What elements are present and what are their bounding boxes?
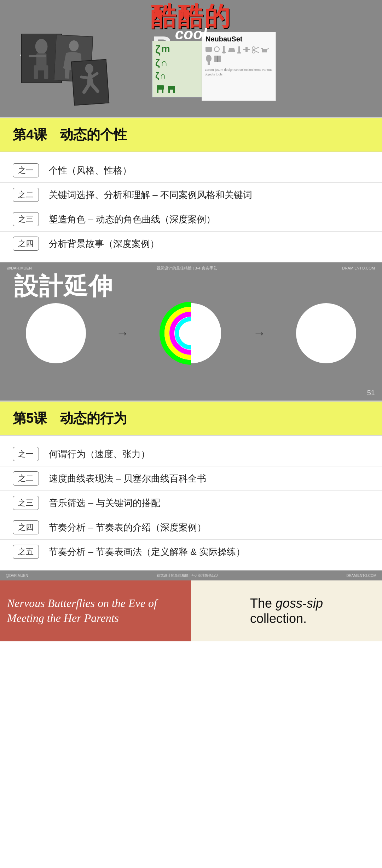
badge-4: 之四: [13, 237, 39, 251]
lesson5-items: 之一 何谓行为（速度、张力） 之二 速度曲线表现法 – 贝塞尔曲线百科全书 之三…: [0, 436, 382, 570]
list-item: 之二 关键词选择、分析和理解 – 不同案例风格和关键词: [0, 183, 382, 207]
l5-item-text-2: 速度曲线表现法 – 贝塞尔曲线百科全书: [49, 472, 206, 485]
l5-badge-2: 之二: [13, 471, 39, 486]
arrow-1: →: [116, 326, 129, 341]
svg-point-19: [214, 47, 219, 52]
svg-rect-4: [44, 65, 48, 79]
item-text-3: 塑造角色 – 动态的角色曲线（深度案例）: [49, 213, 215, 226]
svg-rect-23: [237, 52, 241, 53]
svg-point-27: [252, 50, 255, 53]
slide-header-left: @DAR.MUEN: [7, 266, 32, 270]
list-item: 之五 节奏分析 – 节奏表画法（定义解释 & 实际操练）: [0, 540, 382, 564]
slide-main-title: 設計延伸: [14, 274, 113, 298]
svg-rect-12: [157, 85, 164, 90]
goss-italic: goss-sip: [276, 596, 323, 611]
svg-point-21: [222, 51, 226, 53]
photo-group-a: [21, 34, 120, 104]
svg-rect-15: [168, 86, 175, 90]
lesson5-header: 第5课 动态的行为: [0, 401, 382, 436]
svg-rect-14: [162, 90, 163, 93]
chair-icon-2: [167, 84, 176, 94]
svg-rect-5: [29, 55, 46, 57]
list-item: 之一 个性（风格、性格）: [0, 158, 382, 183]
neubau-card: NeubauSet Lorem ipsum design set col: [202, 32, 276, 101]
bottom-slide-content: Nervous Butterflies on the Eve of Meetin…: [0, 580, 382, 641]
goss-collection: collection.: [250, 611, 307, 626]
badge-2: 之二: [13, 188, 39, 202]
bottom-slide-header: @DAR.MUEN 视觉设计的最佳精髓 | 4-8 基准角色123 DRAMIL…: [0, 571, 382, 580]
item-text-4: 分析背景故事（深度案例）: [49, 238, 159, 250]
circle-right: [296, 303, 356, 363]
circle-left: [26, 303, 86, 363]
svg-rect-16: [168, 90, 170, 93]
l5-badge-5: 之五: [13, 545, 39, 559]
list-item: 之一 何谓行为（速度、张力）: [0, 442, 382, 466]
list-item: 之二 速度曲线表现法 – 贝塞尔曲线百科全书: [0, 466, 382, 491]
design-slide: @DAR.MUEN 视觉设计的最佳精髓 | 3-4 真实手艺 DRAMILNTO…: [0, 262, 382, 401]
nervous-text: Nervous Butterflies on the Eve of Meetin…: [7, 596, 184, 625]
slide-page-num: 51: [367, 389, 375, 397]
arrow-2: →: [253, 326, 266, 341]
lesson4-items: 之一 个性（风格、性格） 之二 关键词选择、分析和理解 – 不同案例风格和关键词…: [0, 152, 382, 262]
svg-rect-33: [217, 56, 218, 62]
l5-item-text-1: 何谓行为（速度、张力）: [49, 448, 150, 460]
svg-point-26: [252, 47, 255, 50]
neubau-icons: [202, 45, 276, 66]
lesson4-number: 第4课: [13, 126, 47, 144]
svg-point-1: [35, 39, 48, 54]
svg-rect-3: [34, 65, 38, 79]
slide-circles: → →: [0, 301, 382, 365]
chair-icon: [155, 84, 165, 94]
l5-item-text-3: 音乐筛选 – 与关键词的搭配: [49, 497, 160, 509]
l5-badge-3: 之三: [13, 496, 39, 510]
nervous-card: Nervous Butterflies on the Eve of Meetin…: [0, 580, 191, 641]
lesson4-header: 第4课 动态的个性: [0, 117, 382, 152]
l5-item-text-4: 节奏分析 – 节奏表的介绍（深度案例）: [49, 521, 206, 534]
item-text-1: 个性（风格、性格）: [49, 164, 132, 177]
colorful-circle-svg: [159, 301, 223, 365]
svg-rect-20: [223, 46, 225, 52]
list-item: 之四 分析背景故事（深度案例）: [0, 232, 382, 256]
lesson4-section: 第4课 动态的个性 之一 个性（风格、性格） 之二 关键词选择、分析和理解 – …: [0, 117, 382, 262]
bottom-slide-header-center: 视觉设计的最佳精髓 | 4-8 基准角色123: [157, 573, 218, 578]
photo-group-b: ζ m ζ ∩ ζ ∩ NeubauSet: [152, 32, 241, 103]
badge-1: 之一: [13, 163, 39, 177]
goss-the: The: [250, 596, 276, 611]
svg-rect-25: [245, 47, 248, 52]
svg-rect-22: [238, 46, 240, 53]
list-item: 之四 节奏分析 – 节奏表的介绍（深度案例）: [0, 515, 382, 540]
bottom-slide-header-left: @DAR.MUEN: [6, 574, 28, 578]
banner-title: 酷酷的 cool: [151, 4, 231, 42]
circle-colorful: [159, 301, 223, 365]
lesson4-title: 动态的个性: [60, 126, 127, 144]
item-text-2: 关键词选择、分析和理解 – 不同案例风格和关键词: [49, 189, 252, 201]
l5-item-text-5: 节奏分析 – 节奏表画法（定义解释 & 实际操练）: [49, 546, 245, 558]
goss-text: The goss-sip collection.: [250, 596, 323, 626]
photo-a3-svg: [72, 60, 109, 105]
svg-rect-13: [157, 90, 158, 93]
svg-rect-8: [65, 68, 70, 79]
lesson5-number: 第5课: [13, 409, 47, 427]
slide-header-center: 视觉设计的最佳精髓 | 3-4 真实手艺: [157, 266, 217, 271]
photo-a3: [71, 59, 109, 106]
l5-badge-1: 之一: [13, 447, 39, 461]
list-item: 之三 音乐筛选 – 与关键词的搭配: [0, 491, 382, 515]
bottom-slide: @DAR.MUEN 视觉设计的最佳精髓 | 4-8 基准角色123 DRAMIL…: [0, 571, 382, 641]
slide-header-right: DRAMILNTO.COM: [342, 266, 375, 270]
goss-card: The goss-sip collection.: [191, 580, 382, 641]
badge-3: 之三: [13, 212, 39, 226]
lesson5-section: 第5课 动态的行为 之一 何谓行为（速度、张力） 之二 速度曲线表现法 – 贝塞…: [0, 401, 382, 571]
l5-badge-4: 之四: [13, 520, 39, 534]
bottom-slide-header-right: DRAMILNTO.COM: [346, 574, 376, 578]
svg-rect-17: [173, 90, 175, 93]
svg-point-31: [206, 55, 212, 62]
cool-banner: 酷酷的 cool A B: [0, 0, 382, 117]
svg-rect-18: [206, 47, 212, 52]
lesson5-title: 动态的行为: [60, 409, 127, 427]
list-item: 之三 塑造角色 – 动态的角色曲线（深度案例）: [0, 207, 382, 232]
